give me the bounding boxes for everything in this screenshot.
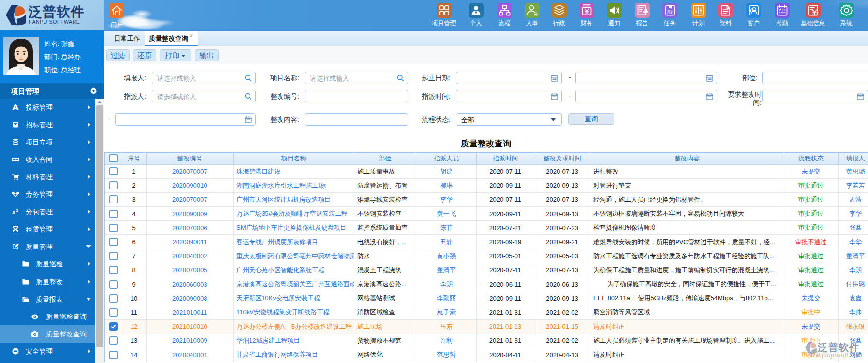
svg-text:x: x [12,209,16,216]
svg-text:2: 2 [16,208,18,213]
